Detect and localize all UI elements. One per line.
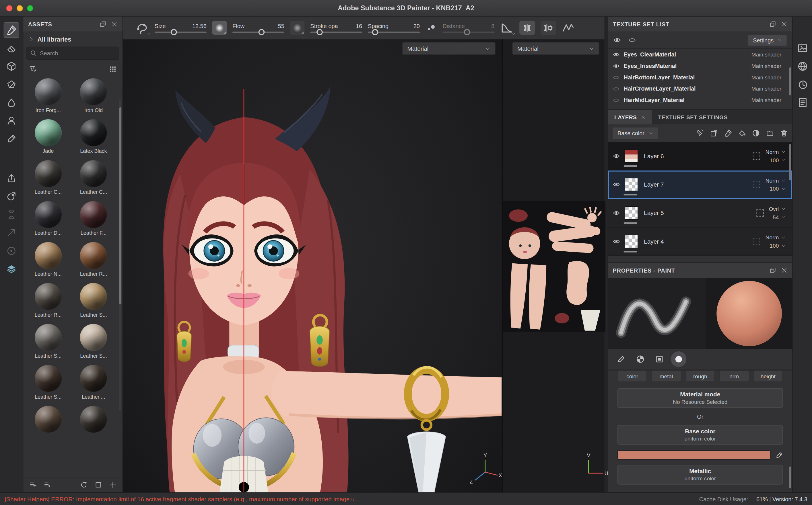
- solo-view-icon[interactable]: [628, 36, 636, 44]
- eye-closed-icon[interactable]: [613, 74, 620, 81]
- material-dropdown-2d[interactable]: Material: [512, 42, 599, 55]
- texture-set-row[interactable]: HairMidLayer_MaterialMain shader: [608, 94, 792, 106]
- transform-tool-button[interactable]: [4, 225, 19, 240]
- layer-name[interactable]: Layer 4: [644, 238, 753, 245]
- add-paint-layer-icon[interactable]: [724, 129, 732, 137]
- spacing-slider[interactable]: Spacing20: [368, 23, 420, 33]
- material-thumbnail[interactable]: [35, 119, 62, 146]
- material-item[interactable]: Leather R...: [74, 242, 113, 277]
- metallic-box[interactable]: Metallic uniform color: [617, 465, 783, 485]
- material-thumbnail[interactable]: [80, 324, 107, 351]
- focus-tool-button[interactable]: [4, 243, 19, 259]
- symmetry-button[interactable]: [519, 21, 535, 35]
- asset-search[interactable]: [26, 47, 119, 59]
- texture-set-row[interactable]: Eyes_ClearMaterialMain shader: [608, 49, 792, 60]
- add-effect-icon[interactable]: [696, 129, 704, 137]
- material-item[interactable]: [29, 406, 68, 441]
- eye-open-icon[interactable]: [613, 209, 620, 217]
- add-resource-icon[interactable]: [109, 481, 117, 489]
- material-thumbnail[interactable]: [35, 365, 62, 392]
- material-thumbnail[interactable]: [80, 365, 107, 392]
- close-panel-icon[interactable]: [781, 21, 788, 27]
- symmetry-settings-button[interactable]: [541, 21, 556, 35]
- blend-mode-dropdown[interactable]: Ovrl: [769, 206, 785, 212]
- channel-height-button[interactable]: height: [753, 371, 783, 382]
- delete-layer-icon[interactable]: [780, 129, 788, 137]
- eye-open-icon[interactable]: [613, 181, 620, 188]
- stroke-tip-button[interactable]: [290, 21, 305, 35]
- minimize-window-button[interactable]: [17, 5, 23, 11]
- eye-open-icon[interactable]: [613, 238, 620, 245]
- material-thumbnail[interactable]: [35, 242, 62, 269]
- layer-name[interactable]: Layer 7: [644, 181, 753, 188]
- color-picker-tool-button[interactable]: [4, 131, 19, 146]
- layer-row[interactable]: Layer 6Norm100: [608, 142, 792, 170]
- material-item[interactable]: Iron Forg...: [29, 78, 68, 114]
- material-item[interactable]: Leather S...: [74, 283, 113, 318]
- material-thumbnail[interactable]: [80, 201, 107, 228]
- flow-knob[interactable]: [258, 29, 265, 35]
- add-anchor-icon[interactable]: [710, 129, 718, 137]
- texture-set-row[interactable]: HairBottomLayer_MaterialMain shader: [608, 72, 792, 83]
- smudge-tool-button[interactable]: [4, 95, 19, 110]
- layer-row[interactable]: Layer 5Ovrl54: [608, 199, 792, 227]
- material-item[interactable]: Leather S...: [74, 324, 113, 359]
- material-item[interactable]: Leather S...: [29, 324, 68, 359]
- layer-thumbnail[interactable]: [625, 206, 638, 220]
- eyedropper-icon[interactable]: [775, 451, 783, 459]
- eye-open-icon[interactable]: [613, 51, 620, 58]
- tab-layers[interactable]: LAYERS: [608, 110, 652, 124]
- size-knob[interactable]: [171, 29, 177, 35]
- layer-opacity-dropdown[interactable]: 100: [770, 185, 786, 192]
- material-item[interactable]: Iron Old: [74, 78, 113, 114]
- viewport-2d[interactable]: Material V U: [502, 39, 604, 492]
- material-thumbnail[interactable]: [80, 283, 107, 310]
- channel-rough-button[interactable]: rough: [685, 371, 715, 382]
- material-thumbnail[interactable]: [80, 242, 107, 269]
- grid-view-icon[interactable]: [109, 65, 117, 73]
- close-window-button[interactable]: [6, 5, 13, 11]
- layer-thumbnail[interactable]: [625, 149, 638, 163]
- spacing-mode-icon[interactable]: [426, 22, 437, 33]
- layer-thumbnail[interactable]: [625, 235, 638, 248]
- layer-row[interactable]: Layer 7Norm100: [608, 171, 792, 199]
- layer-name[interactable]: Layer 5: [644, 210, 756, 216]
- add-fill-layer-icon[interactable]: [738, 129, 746, 137]
- material-item[interactable]: Leather ...: [74, 365, 113, 400]
- eraser-tool-button[interactable]: [4, 40, 19, 55]
- layer-opacity-dropdown[interactable]: 100: [770, 242, 786, 249]
- material-properties-button[interactable]: [671, 351, 686, 367]
- material-item[interactable]: [74, 406, 113, 441]
- close-panel-icon[interactable]: [111, 21, 118, 27]
- material-item[interactable]: Leather N...: [29, 242, 68, 277]
- blend-mode-dropdown[interactable]: Norm: [766, 177, 786, 183]
- texture-set-settings-button[interactable]: Settings: [748, 34, 787, 46]
- channel-nrm-button[interactable]: nrm: [719, 371, 749, 382]
- material-item[interactable]: Leather D...: [29, 201, 68, 236]
- layer-opacity-dropdown[interactable]: 100: [770, 157, 786, 163]
- stencil-properties-button[interactable]: [652, 351, 667, 367]
- layer-mask-placeholder[interactable]: [753, 181, 760, 188]
- texture-set-row[interactable]: Eyes_IrisesMaterialMain shader: [608, 60, 792, 72]
- layer-mask-placeholder[interactable]: [756, 209, 764, 217]
- add-smart-material-icon[interactable]: [752, 129, 760, 137]
- layer-opacity-dropdown[interactable]: 54: [773, 214, 786, 220]
- channel-metal-button[interactable]: metal: [651, 371, 681, 382]
- new-resource-icon[interactable]: [94, 481, 102, 489]
- layer-name[interactable]: Layer 6: [644, 153, 753, 159]
- material-mode-box[interactable]: Material mode No Resource Selected: [617, 388, 783, 408]
- size-slider[interactable]: Size12.56: [155, 23, 207, 33]
- channel-filter-dropdown[interactable]: Base color: [612, 127, 659, 139]
- material-dropdown-3d[interactable]: Material: [402, 42, 495, 55]
- texture-set-row[interactable]: HairCrowneLayer_MaterialMain shader: [608, 83, 792, 94]
- display-settings-button[interactable]: [797, 42, 808, 54]
- layer-thumbnail[interactable]: [625, 178, 638, 191]
- search-input[interactable]: [40, 50, 116, 56]
- stroke-opacity-slider[interactable]: Stroke opa16: [310, 23, 362, 33]
- material-thumbnail[interactable]: [80, 119, 107, 146]
- layer-mask-placeholder[interactable]: [753, 153, 760, 160]
- base-color-box[interactable]: Base color uniform color: [617, 425, 783, 445]
- float-panel-icon[interactable]: [770, 267, 777, 274]
- zoom-window-button[interactable]: [27, 5, 33, 11]
- material-item[interactable]: Leather F...: [74, 201, 113, 236]
